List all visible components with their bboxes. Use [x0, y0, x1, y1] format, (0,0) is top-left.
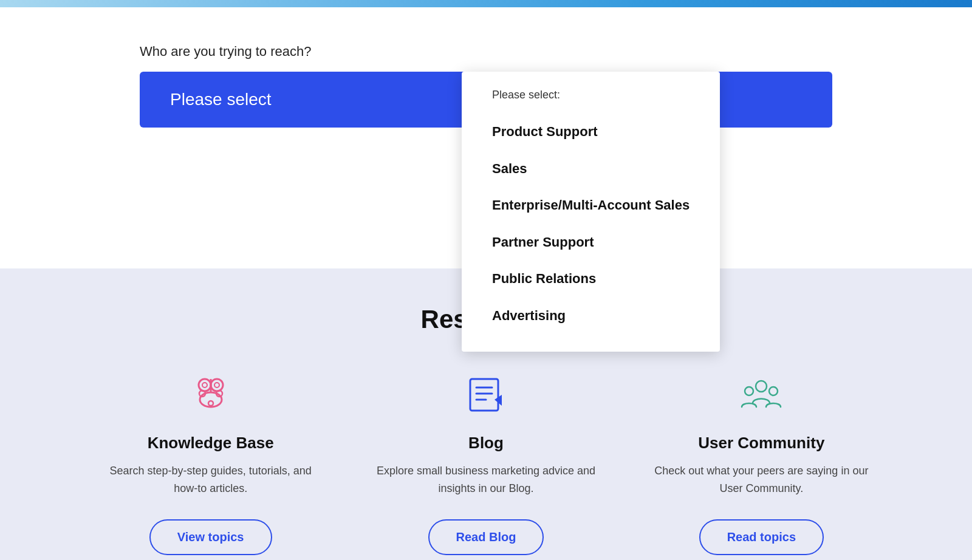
- dropdown-item-product-support[interactable]: Product Support: [462, 114, 720, 151]
- svg-point-2: [200, 392, 222, 407]
- dropdown-item-partner-support[interactable]: Partner Support: [462, 224, 720, 261]
- svg-point-0: [199, 379, 211, 391]
- who-label: Who are you trying to reach?: [140, 44, 832, 60]
- svg-point-16: [769, 387, 778, 395]
- knowledge-base-title: Knowledge Base: [148, 434, 274, 452]
- resource-card-knowledge-base: Knowledge Base Search step-by-step guide…: [97, 370, 324, 555]
- main-area: Who are you trying to reach? Please sele…: [0, 7, 972, 268]
- community-desc: Check out what your peers are saying in …: [648, 462, 875, 497]
- select-row: Please select Please select: Product Sup…: [140, 72, 832, 128]
- svg-point-7: [202, 383, 207, 388]
- dropdown-item-advertising[interactable]: Advertising: [462, 298, 720, 335]
- dropdown-item-sales[interactable]: Sales: [462, 151, 720, 188]
- read-blog-button[interactable]: Read Blog: [428, 519, 544, 555]
- resource-card-community: User Community Check out what your peers…: [648, 370, 875, 555]
- community-title: User Community: [698, 434, 824, 452]
- top-bar: [0, 0, 972, 7]
- blog-icon: [462, 370, 510, 419]
- dropdown-item-public-relations[interactable]: Public Relations: [462, 261, 720, 298]
- blog-title: Blog: [468, 434, 504, 452]
- resource-card-blog: Blog Explore small business marketing ad…: [372, 370, 599, 555]
- view-topics-button[interactable]: View topics: [149, 519, 272, 555]
- read-topics-button[interactable]: Read topics: [699, 519, 824, 555]
- knowledge-base-desc: Search step-by-step guides, tutorials, a…: [97, 462, 324, 497]
- dropdown-menu: Please select: Product Support Sales Ent…: [462, 72, 720, 352]
- blog-desc: Explore small business marketing advice …: [372, 462, 599, 497]
- svg-point-1: [211, 379, 223, 391]
- svg-rect-9: [470, 379, 498, 411]
- dropdown-header: Please select:: [462, 89, 720, 114]
- brain-icon: [187, 370, 235, 419]
- dropdown-item-enterprise[interactable]: Enterprise/Multi-Account Sales: [462, 187, 720, 224]
- resources-grid: Knowledge Base Search step-by-step guide…: [61, 370, 911, 555]
- svg-point-8: [214, 383, 219, 388]
- svg-point-6: [208, 401, 213, 406]
- contact-section: Who are you trying to reach? Please sele…: [91, 44, 881, 128]
- svg-point-14: [756, 381, 767, 392]
- svg-point-15: [745, 387, 753, 395]
- community-icon: [737, 370, 785, 419]
- select-button[interactable]: Please select: [140, 72, 462, 128]
